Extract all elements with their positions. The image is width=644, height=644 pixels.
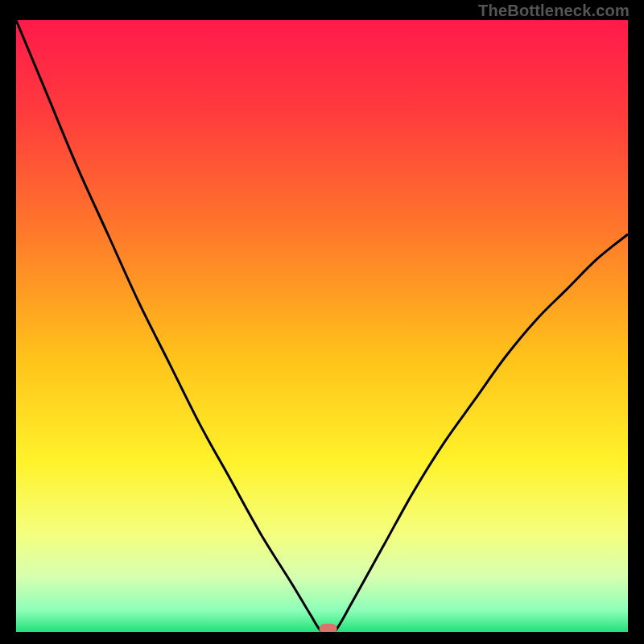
- chart-frame: TheBottleneck.com: [0, 0, 644, 644]
- watermark-text: TheBottleneck.com: [478, 2, 630, 20]
- chart-svg: [16, 20, 628, 632]
- optimal-marker: [320, 624, 337, 632]
- plot-area: [16, 20, 628, 632]
- chart-background: [16, 20, 628, 632]
